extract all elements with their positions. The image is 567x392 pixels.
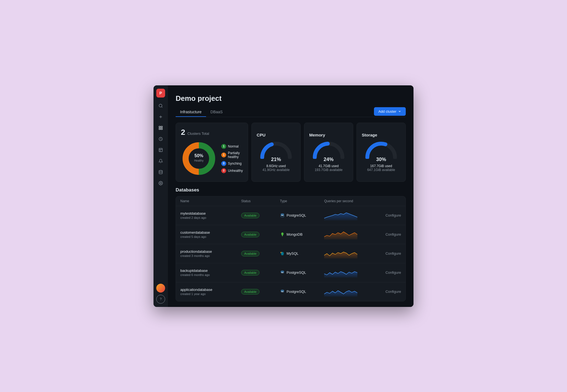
cpu-used: 8.6GHz used xyxy=(266,164,286,168)
grid-icon[interactable] xyxy=(156,123,166,133)
clusters-card: 2 Clusters Total 50% Healthy xyxy=(176,123,248,182)
storage-card: Storage 30% 167.7GiB used 647.1GiB avail… xyxy=(357,123,406,182)
dashboard-icon[interactable] xyxy=(156,145,166,155)
mongodb-icon xyxy=(280,232,285,237)
cpu-percent: 21% xyxy=(271,157,281,162)
badge-partially-healthy: 1 xyxy=(221,152,226,157)
sparkline-chart xyxy=(324,248,357,259)
chevron-down-icon xyxy=(398,110,401,113)
memory-gauge xyxy=(311,140,347,159)
sparkline-chart xyxy=(324,267,357,278)
db-created: created 1 year ago xyxy=(180,292,241,296)
tabs-row: Infrastucture DBaaS Add cluster xyxy=(176,107,406,117)
legend-synching: 0 Synching xyxy=(221,161,243,166)
bell-icon[interactable] xyxy=(156,156,166,166)
sidebar: P xyxy=(154,85,168,307)
col-action xyxy=(373,199,401,203)
storage-available: 647.1GiB available xyxy=(367,168,395,172)
badge-normal: 1 xyxy=(221,144,226,149)
db-type: PG PostgreSQL xyxy=(280,213,324,218)
status-badge: Available xyxy=(241,251,259,256)
db-created: created 2 days ago xyxy=(180,216,241,219)
help-icon[interactable]: ? xyxy=(156,295,165,304)
tab-dbaas[interactable]: DBaaS xyxy=(206,107,227,117)
configure-button[interactable]: Configure xyxy=(373,290,401,294)
legend-partially-healthy: 1 Partially healthy xyxy=(221,151,243,159)
cpu-title: CPU xyxy=(257,133,266,137)
table-row: mytestdatabase created 2 days ago Availa… xyxy=(176,206,405,225)
configure-button[interactable]: Configure xyxy=(373,270,401,275)
table-row: productiondatabase created 3 months ago … xyxy=(176,244,405,263)
page-title: Demo project xyxy=(176,94,406,103)
badge-unhealthy: 0 xyxy=(221,168,226,173)
clusters-total-number: 2 xyxy=(181,128,185,137)
memory-title: Memory xyxy=(309,133,325,137)
table-row: applicationdatabase created 1 year ago A… xyxy=(176,282,405,301)
db-created: created 6 months ago xyxy=(180,273,241,277)
col-status: Status xyxy=(241,199,280,203)
postgresql-icon: PG xyxy=(280,270,285,275)
avatar[interactable] xyxy=(156,284,165,293)
col-name: Name xyxy=(180,199,241,203)
databases-section-title: Databases xyxy=(176,187,406,193)
memory-used: 41.7GiB used xyxy=(319,164,339,168)
mysql-icon xyxy=(280,251,285,256)
sparkline-chart xyxy=(324,228,357,240)
svg-text:PG: PG xyxy=(281,214,284,216)
donut-legend: 1 Normal 1 Partially healthy 0 Synching xyxy=(221,144,243,173)
cpu-available: 41.9GHz available xyxy=(262,168,290,172)
svg-rect-2 xyxy=(161,126,162,128)
badge-synching: 0 xyxy=(221,161,226,166)
db-type: MySQL xyxy=(280,251,324,256)
db-name: productiondatabase xyxy=(180,249,241,254)
legend-normal: 1 Normal xyxy=(221,144,243,149)
svg-text:PG: PG xyxy=(281,291,284,292)
storage-gauge xyxy=(363,140,399,159)
status-badge: Available xyxy=(241,270,259,275)
db-created: created 5 days ago xyxy=(180,235,241,238)
table-row: backuptdatabase created 6 months ago Ava… xyxy=(176,263,405,282)
status-badge: Available xyxy=(241,213,259,218)
add-cluster-button[interactable]: Add cluster xyxy=(374,107,406,116)
db-name: backuptdatabase xyxy=(180,269,241,273)
svg-rect-3 xyxy=(159,128,160,130)
svg-rect-4 xyxy=(161,128,162,130)
databases-table: Name Status Type Queries per second myte… xyxy=(176,196,406,301)
donut-container: 50% Healthy 1 Normal 1 Partially healthy xyxy=(181,141,243,177)
db-type: PG PostgreSQL xyxy=(280,289,324,294)
donut-chart: 50% Healthy xyxy=(181,141,217,177)
storage-title: Storage xyxy=(362,133,377,137)
gear-icon[interactable] xyxy=(156,178,166,188)
plus-icon[interactable] xyxy=(156,112,166,122)
svg-rect-6 xyxy=(159,148,162,152)
database-icon[interactable] xyxy=(156,167,166,177)
memory-percent: 24% xyxy=(324,157,334,162)
db-name: mytestdatabase xyxy=(180,211,241,215)
search-icon[interactable] xyxy=(156,101,166,111)
clock-icon[interactable] xyxy=(156,134,166,144)
col-qps: Queries per second xyxy=(324,199,373,203)
stats-row: 2 Clusters Total 50% Healthy xyxy=(176,123,406,182)
storage-used: 167.7GiB used xyxy=(370,164,392,168)
clusters-header: 2 Clusters Total xyxy=(181,128,243,137)
main-content: Demo project Infrastucture DBaaS Add clu… xyxy=(168,85,413,307)
svg-point-8 xyxy=(160,183,161,184)
postgresql-icon: PG xyxy=(280,289,285,294)
db-name: customerdatabase xyxy=(180,230,241,235)
db-type: MongoDB xyxy=(280,232,324,237)
tabs: Infrastucture DBaaS xyxy=(176,107,227,117)
sparkline-chart xyxy=(324,286,357,297)
app-logo[interactable]: P xyxy=(156,89,165,98)
configure-button[interactable]: Configure xyxy=(373,251,401,256)
configure-button[interactable]: Configure xyxy=(373,213,401,217)
tab-infrastructure[interactable]: Infrastucture xyxy=(176,107,206,117)
configure-button[interactable]: Configure xyxy=(373,232,401,236)
memory-available: 193.7GiB available xyxy=(315,168,343,172)
svg-text:50%: 50% xyxy=(194,153,203,158)
sparkline-chart xyxy=(324,209,357,220)
storage-percent: 30% xyxy=(376,157,386,162)
svg-point-7 xyxy=(159,170,162,171)
svg-text:Healthy: Healthy xyxy=(194,159,204,162)
clusters-total-label: Clusters Total xyxy=(188,131,209,136)
db-name: applicationdatabase xyxy=(180,288,241,292)
